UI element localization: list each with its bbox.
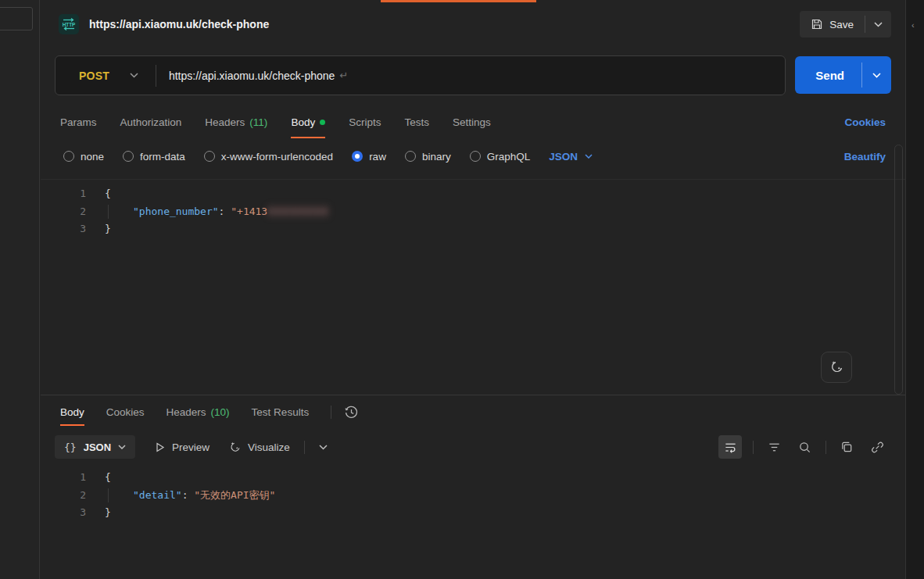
visualize-sparkle-icon	[228, 441, 242, 454]
code-text: {	[86, 469, 111, 487]
body-mode-binary[interactable]: binary	[405, 151, 451, 163]
filter-button[interactable]	[765, 438, 784, 457]
tab-authorization-label: Authorization	[120, 116, 182, 128]
save-label: Save	[829, 19, 854, 30]
code-line: 2 "phone_number": "+1413••••••••	[41, 203, 905, 221]
response-tab-body[interactable]: Body	[60, 395, 84, 428]
body-mode-none-label: none	[81, 151, 104, 163]
right-sidebar-rail: ‹	[905, 0, 924, 579]
request-header-row: HTTP https://api.xiaomu.uk/check-phone	[41, 0, 905, 48]
request-url-row: POST https://api.xiaomu.uk/check-phone ↵…	[41, 55, 905, 95]
tab-headers[interactable]: Headers (11)	[205, 105, 267, 138]
separator	[331, 406, 331, 419]
save-button[interactable]: Save	[800, 11, 865, 38]
response-format-selector[interactable]: {} JSON	[55, 435, 135, 459]
tab-tests-label: Tests	[404, 116, 429, 128]
body-mode-binary-label: binary	[422, 151, 451, 163]
link-icon	[871, 441, 884, 454]
code-text: }	[86, 504, 111, 522]
language-selector[interactable]: JSON	[549, 151, 593, 163]
save-icon	[811, 18, 823, 30]
url-text: https://api.xiaomu.uk/check-phone	[169, 70, 335, 82]
toolbar-expand-chevron[interactable]	[316, 441, 331, 453]
method-selector[interactable]: POST	[56, 56, 156, 95]
send-button[interactable]: Send	[795, 56, 861, 94]
json-value: "无效的API密钥"	[194, 489, 275, 501]
separator	[753, 441, 754, 454]
radio-icon	[470, 151, 481, 162]
chevron-down-icon	[118, 445, 126, 449]
headers-count-badge: (11)	[249, 116, 267, 128]
indent-guide	[108, 205, 109, 220]
response-tab-body-label: Body	[60, 406, 84, 418]
body-mode-graphql-label: GraphQL	[487, 151, 531, 163]
main-panel: HTTP https://api.xiaomu.uk/check-phone	[41, 0, 905, 579]
tab-scripts-label: Scripts	[349, 116, 381, 128]
tab-body[interactable]: Body	[291, 105, 325, 138]
tab-settings[interactable]: Settings	[453, 105, 491, 138]
response-tab-test-results-label: Test Results	[252, 406, 310, 418]
code-text: }	[86, 220, 111, 238]
json-separator: :	[182, 489, 195, 501]
code-line: 3 }	[41, 220, 905, 238]
sidebar-partial-box	[0, 7, 33, 30]
beautify-link[interactable]: Beautify	[844, 151, 886, 163]
editor-scrollbar[interactable]	[894, 145, 903, 395]
response-tab-headers[interactable]: Headers (10)	[167, 395, 230, 428]
response-tab-cookies[interactable]: Cookies	[106, 395, 145, 428]
request-body-editor[interactable]: 1 { 2 "phone_number": "+1413•••••••• 3 }	[41, 179, 905, 395]
code-text: "phone_number": "+1413••••••••	[86, 203, 329, 221]
line-number: 1	[41, 469, 86, 487]
language-label: JSON	[549, 151, 578, 163]
body-mode-raw[interactable]: raw	[352, 151, 386, 163]
body-mode-row: none form-data x-www-form-urlencoded raw…	[41, 144, 905, 169]
chevron-down-icon	[585, 154, 593, 159]
response-history-button[interactable]	[341, 402, 362, 423]
visualize-label: Visualize	[248, 441, 290, 453]
wrap-text-button[interactable]	[718, 435, 742, 459]
body-mode-urlencoded-label: x-www-form-urlencoded	[221, 151, 333, 163]
copy-icon	[840, 441, 854, 454]
app-window: HTTP https://api.xiaomu.uk/check-phone	[0, 0, 924, 579]
send-options-chevron-icon[interactable]	[862, 56, 891, 94]
search-button[interactable]	[795, 438, 815, 457]
body-modified-dot	[320, 120, 325, 125]
body-mode-form-data[interactable]: form-data	[123, 151, 185, 163]
visualize-button[interactable]: Visualize	[228, 441, 290, 454]
code-text: {	[86, 185, 111, 203]
tab-params-label: Params	[60, 116, 97, 128]
chevron-down-icon	[130, 73, 138, 78]
tab-tests[interactable]: Tests	[404, 105, 429, 138]
postbot-button[interactable]	[821, 352, 852, 383]
tab-headers-label: Headers	[205, 116, 245, 128]
cookies-link[interactable]: Cookies	[844, 116, 886, 128]
chevron-down-icon	[319, 445, 328, 450]
tab-scripts[interactable]: Scripts	[349, 105, 381, 138]
response-format-label: JSON	[84, 441, 111, 453]
save-options-chevron-icon[interactable]	[865, 11, 891, 38]
response-toolbar-right	[718, 435, 887, 459]
body-mode-graphql[interactable]: GraphQL	[470, 151, 531, 163]
preview-button[interactable]: Preview	[154, 441, 210, 453]
body-mode-form-data-label: form-data	[140, 151, 185, 163]
share-link-button[interactable]	[868, 438, 887, 457]
radio-icon	[405, 151, 416, 162]
radio-checked-icon	[352, 151, 363, 162]
tab-params[interactable]: Params	[60, 105, 97, 138]
line-number: 3	[41, 220, 86, 238]
body-mode-none[interactable]: none	[63, 151, 104, 163]
collapse-panel-icon[interactable]: ‹	[911, 20, 915, 30]
code-line: 2 "detail": "无效的API密钥"	[41, 487, 905, 505]
body-mode-urlencoded[interactable]: x-www-form-urlencoded	[204, 151, 333, 163]
copy-button[interactable]	[837, 438, 857, 457]
response-body-editor[interactable]: 1 { 2 "detail": "无效的API密钥" 3 }	[41, 464, 905, 579]
tab-authorization[interactable]: Authorization	[120, 105, 182, 138]
response-tab-test-results[interactable]: Test Results	[252, 395, 310, 428]
response-header-row: Body Cookies Headers (10) Test Results 4…	[41, 395, 905, 428]
preview-play-icon	[154, 441, 166, 453]
wrap-text-icon	[724, 441, 737, 454]
code-line: 1 {	[41, 185, 905, 203]
tab-body-label: Body	[291, 116, 315, 128]
filter-icon	[768, 441, 781, 454]
url-input[interactable]: https://api.xiaomu.uk/check-phone ↵	[156, 70, 785, 82]
